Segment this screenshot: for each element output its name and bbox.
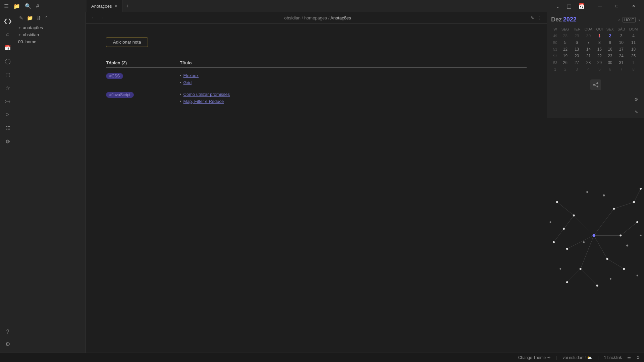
link-grid[interactable]: Grid	[183, 80, 192, 85]
sidebar-icon-clock[interactable]: ◯	[2, 55, 14, 67]
maximize-button[interactable]: □	[609, 0, 625, 12]
cal-day[interactable]: 13	[571, 46, 582, 53]
statusbar-settings-icon[interactable]: ⚙	[636, 355, 640, 360]
cal-day[interactable]: 25	[627, 53, 640, 59]
sidebar-icon-settings[interactable]: ⚙	[2, 338, 14, 350]
cal-day[interactable]: 2	[559, 66, 571, 73]
calendar-view-icon[interactable]: 📅	[576, 2, 587, 10]
cal-day[interactable]: 7	[582, 39, 594, 46]
cal-day[interactable]: 6	[571, 39, 582, 46]
sidebar-icon-starred[interactable]: ☆	[2, 82, 14, 94]
tag-icon[interactable]: #	[35, 2, 41, 10]
cal-day[interactable]: 16	[604, 46, 615, 53]
tree-item-obsidian[interactable]: ► obsidian	[15, 31, 86, 38]
tab-close-button[interactable]: ×	[114, 3, 117, 9]
new-file-button[interactable]: ✎	[18, 14, 24, 22]
cal-day[interactable]: 29	[594, 59, 604, 66]
cal-next-button[interactable]: ›	[638, 17, 640, 22]
sidebar-icon-review[interactable]: ▢	[2, 68, 14, 80]
cal-day[interactable]: 21	[582, 53, 594, 59]
cal-day[interactable]: 17	[616, 46, 627, 53]
sidebar-icon-terminal[interactable]: >	[2, 109, 14, 121]
cal-day[interactable]: 6	[604, 66, 615, 73]
cal-day[interactable]: 8	[594, 39, 604, 46]
cal-prev-button[interactable]: ‹	[618, 17, 620, 22]
cal-day[interactable]: 20	[571, 53, 582, 59]
cal-day[interactable]: 9	[604, 39, 615, 46]
sidebar-toggle-icon[interactable]: ☰	[3, 2, 10, 10]
cal-day[interactable]: 8	[627, 66, 640, 73]
cal-day[interactable]: 10	[616, 39, 627, 46]
link-mapfilter[interactable]: Map, Filter e Reduce	[183, 99, 224, 104]
folder-icon[interactable]: 📁	[12, 2, 21, 10]
settings-action-button[interactable]: ⚙	[631, 94, 641, 104]
cal-day[interactable]: 5	[559, 39, 571, 46]
cal-day[interactable]: 22	[594, 53, 604, 59]
statusbar-change-theme[interactable]: Change Theme ☀	[518, 355, 551, 360]
cal-day[interactable]: 1	[627, 59, 640, 66]
sort-button[interactable]: ⇵	[36, 14, 42, 22]
statusbar-backlink[interactable]: 1 backlink	[604, 355, 622, 360]
tag-badge-css[interactable]: #CSS	[106, 73, 123, 79]
cal-day[interactable]: 19	[559, 53, 571, 59]
edit-icon[interactable]: ✎	[531, 15, 534, 20]
sidebar-icon-collapse[interactable]: ❮❯	[2, 15, 14, 27]
add-note-button[interactable]: Adicionar nota	[106, 37, 148, 47]
edit-action-button[interactable]: ✎	[631, 107, 641, 117]
cal-day[interactable]: 4	[582, 66, 594, 73]
graph-view-button[interactable]	[590, 79, 601, 90]
close-button[interactable]: ✕	[626, 0, 641, 12]
cal-day[interactable]: 30	[604, 59, 615, 66]
breadcrumb-homepages[interactable]: homepages	[304, 15, 327, 20]
statusbar-study[interactable]: vai estudar!!! ⛅	[563, 355, 592, 360]
cal-day[interactable]: 31	[616, 59, 627, 66]
cal-day[interactable]: 18	[627, 46, 640, 53]
sidebar-icon-calendar[interactable]: 📅	[2, 42, 14, 54]
cal-day[interactable]: 23	[604, 53, 615, 59]
tab-add-button[interactable]: +	[122, 2, 132, 10]
tag-badge-javascript[interactable]: #JavaScript	[106, 92, 134, 98]
cal-day[interactable]: 3	[571, 66, 582, 73]
statusbar-layout-icon[interactable]: ☷	[627, 355, 631, 360]
sidebar-icon-table2[interactable]: ☸	[2, 135, 14, 147]
sidebar-icon-help[interactable]: ?	[2, 326, 14, 338]
dropdown-icon[interactable]: ⌄	[553, 2, 562, 10]
cal-day[interactable]: 27	[571, 59, 582, 66]
cal-day[interactable]: 28	[559, 33, 571, 39]
cal-day[interactable]: 3	[616, 33, 627, 39]
tree-item-home[interactable]: 00. home	[15, 38, 86, 45]
cal-day[interactable]: 1	[594, 33, 604, 39]
cal-day[interactable]: 28	[582, 59, 594, 66]
cal-day[interactable]: 11	[627, 39, 640, 46]
cal-day[interactable]: 29	[571, 33, 582, 39]
link-promises[interactable]: Como utilizar promisses	[183, 92, 230, 97]
back-button[interactable]: ←	[91, 15, 97, 21]
cal-day[interactable]: 2	[604, 33, 615, 39]
tab-anotacoes[interactable]: Anotações ×	[87, 0, 122, 12]
cal-day[interactable]: 7	[616, 66, 627, 73]
cal-today-button[interactable]: HOJE	[623, 17, 636, 22]
sidebar-icon-home[interactable]: ⌂	[2, 28, 14, 40]
graph-visualization[interactable]	[547, 118, 644, 353]
cal-header-sab: SÁB	[616, 26, 627, 33]
collapse-all-button[interactable]: ⌃	[43, 14, 50, 22]
cal-day[interactable]: 4	[627, 33, 640, 39]
search-icon[interactable]: 🔍	[23, 2, 33, 10]
cal-day[interactable]: 30	[582, 33, 594, 39]
sidebar-icon-table[interactable]: ☷	[2, 122, 14, 134]
new-folder-button[interactable]: 📁	[26, 14, 34, 22]
layout-icon[interactable]: ◫	[565, 2, 574, 10]
link-flexbox[interactable]: Flexbox	[183, 73, 199, 78]
minimize-button[interactable]: —	[592, 0, 608, 12]
more-options-icon[interactable]: ⋮	[537, 15, 541, 20]
cal-day[interactable]: 5	[594, 66, 604, 73]
cal-day[interactable]: 26	[559, 59, 571, 66]
forward-button[interactable]: →	[99, 15, 105, 21]
cal-day[interactable]: 24	[616, 53, 627, 59]
cal-day[interactable]: 15	[594, 46, 604, 53]
breadcrumb-obsidian[interactable]: obsidian	[284, 15, 301, 20]
tree-item-anotacoes[interactable]: ► anotações	[15, 24, 86, 31]
cal-day[interactable]: 12	[559, 46, 571, 53]
cal-day[interactable]: 14	[582, 46, 594, 53]
sidebar-icon-graph[interactable]: ⧴	[2, 95, 14, 107]
